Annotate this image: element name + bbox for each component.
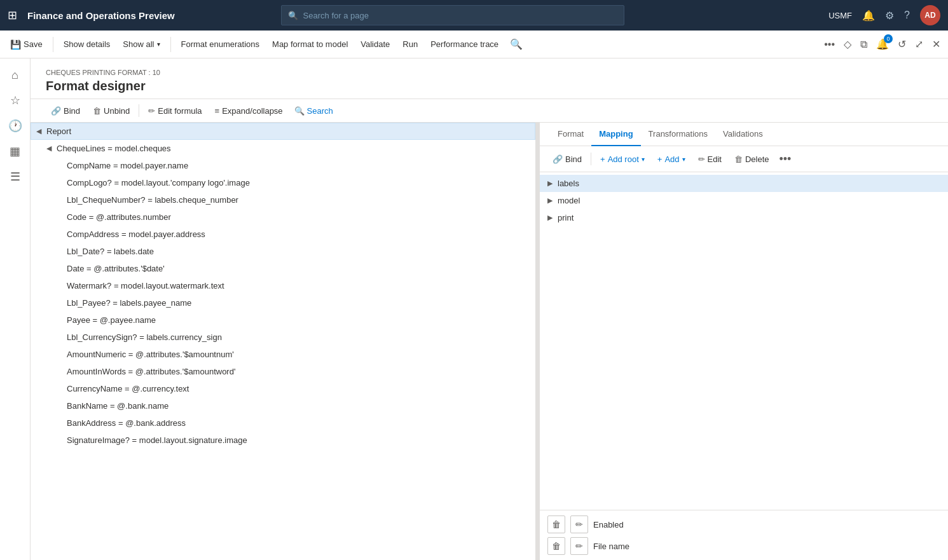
sidebar-item-calendar[interactable]: ▦: [4, 140, 27, 163]
sidebar: ⌂ ☆ 🕐 ▦ ☰: [0, 58, 31, 560]
trash-icon: 🗑: [93, 106, 101, 116]
sidebar-item-home[interactable]: ⌂: [4, 64, 27, 86]
map-item-labels[interactable]: ▶ labels: [540, 175, 948, 192]
tree-item-date[interactable]: Date = @.attributes.'$date': [31, 260, 535, 277]
add-root-icon: +: [600, 154, 605, 164]
edit-button[interactable]: ✏ Edit: [693, 150, 727, 168]
map-format-button[interactable]: Map format to model: [267, 34, 353, 55]
tree-scroll[interactable]: ◀ Report ◀ ChequeLines = model.cheques C…: [31, 123, 535, 560]
tree-item-lbldate[interactable]: Lbl_Date? = labels.date: [31, 243, 535, 260]
search-icon: 🔍: [288, 11, 298, 20]
mapping-bind-button[interactable]: 🔗 Bind: [547, 150, 587, 168]
edit-formula-button[interactable]: ✏ Edit formula: [143, 102, 207, 120]
add-root-button[interactable]: + Add root ▾: [595, 150, 650, 168]
expand-tri-print: ▶: [547, 214, 558, 222]
tree-item-lblpayee[interactable]: Lbl_Payee? = labels.payee_name: [31, 294, 535, 311]
map-item-model[interactable]: ▶ model: [540, 192, 948, 209]
pencil-icon-3: ✏: [575, 541, 583, 551]
expand-icon[interactable]: ⤢: [912, 36, 926, 53]
format-toolbar: 🔗 Bind 🗑 Unbind ✏ Edit formula ≡ Expand/…: [31, 99, 948, 123]
tab-mapping[interactable]: Mapping: [591, 123, 640, 146]
enabled-delete-button[interactable]: 🗑: [547, 516, 565, 533]
add-icon: +: [657, 154, 663, 164]
more-options-icon[interactable]: •••: [821, 36, 837, 53]
filename-edit-button[interactable]: ✏: [570, 537, 588, 555]
refresh-icon[interactable]: ↺: [895, 36, 909, 53]
tree-item-payee[interactable]: Payee = @.payee.name: [31, 311, 535, 329]
tree-item-lblchequenumber[interactable]: Lbl_ChequeNumber? = labels.cheque_number: [31, 191, 535, 208]
enabled-label: Enabled: [593, 520, 624, 529]
show-details-button[interactable]: Show details: [58, 34, 116, 55]
page-header: CHEQUES PRINTING FORMAT : 10 Format desi…: [31, 58, 948, 99]
notification-2-icon[interactable]: 🔔 0: [874, 36, 891, 53]
more-icon[interactable]: •••: [777, 153, 794, 166]
help-icon[interactable]: ?: [904, 10, 910, 21]
filename-label: File name: [593, 542, 629, 551]
bind-button[interactable]: 🔗 Bind: [46, 102, 85, 120]
tree-item-complogo[interactable]: CompLogo? = model.layout.'company logo'.…: [31, 174, 535, 191]
tree-item-amountinwords[interactable]: AmountInWords = @.attributes.'$amountwor…: [31, 363, 535, 380]
split-panel: ◀ Report ◀ ChequeLines = model.cheques C…: [31, 123, 948, 560]
tab-validations[interactable]: Validations: [715, 123, 771, 146]
format-enumerations-button[interactable]: Format enumerations: [176, 34, 265, 55]
sidebar-item-star[interactable]: ☆: [4, 89, 27, 112]
global-search[interactable]: 🔍: [281, 5, 624, 25]
validate-button[interactable]: Validate: [355, 34, 395, 55]
ftool-separator: [139, 104, 139, 117]
tree-item-bankname[interactable]: BankName = @.bank.name: [31, 397, 535, 414]
grid-icon[interactable]: ⊞: [8, 8, 17, 22]
org-label: USMF: [828, 11, 852, 20]
tree-item-chequelines[interactable]: ◀ ChequeLines = model.cheques: [31, 140, 535, 157]
mapping-tabs: Format Mapping Transformations Validatio…: [540, 123, 948, 146]
close-icon[interactable]: ✕: [930, 36, 943, 53]
show-all-button[interactable]: Show all ▾: [118, 34, 165, 55]
tab-format[interactable]: Format: [550, 123, 591, 146]
run-button[interactable]: Run: [397, 34, 423, 55]
avatar[interactable]: AD: [920, 5, 940, 25]
link-icon-2: 🔗: [553, 154, 563, 164]
chevron-down-icon: ▾: [157, 41, 160, 48]
separator-1: [53, 37, 53, 52]
filename-delete-button[interactable]: 🗑: [547, 537, 565, 555]
sidebar-item-recent[interactable]: 🕐: [4, 114, 27, 137]
tree-item-code[interactable]: Code = @.attributes.number: [31, 208, 535, 226]
topbar: ⊞ Finance and Operations Preview 🔍 USMF …: [0, 0, 948, 31]
pencil-icon: ✏: [148, 106, 155, 116]
enabled-edit-button[interactable]: ✏: [570, 516, 588, 533]
separator-2: [170, 37, 171, 52]
tree-item-compname[interactable]: CompName = model.payer.name: [31, 157, 535, 174]
unbind-button[interactable]: 🗑 Unbind: [88, 102, 135, 120]
tree-item-bankaddress[interactable]: BankAddress = @.bank.address: [31, 414, 535, 432]
diamond-icon[interactable]: ◇: [841, 36, 854, 53]
tree-item-currencyname[interactable]: CurrencyName = @.currency.text: [31, 380, 535, 397]
notification-icon[interactable]: 🔔: [862, 10, 875, 22]
expand-collapse-button[interactable]: ≡ Expand/collapse: [210, 102, 288, 120]
delete-button[interactable]: 🗑 Delete: [729, 150, 774, 168]
page-title: Format designer: [46, 79, 933, 93]
status-row-enabled: 🗑 ✏ Enabled: [547, 516, 940, 533]
command-bar: 💾 Save Show details Show all ▾ Format en…: [0, 31, 948, 58]
performance-trace-button[interactable]: Performance trace: [425, 34, 504, 55]
add-button[interactable]: + Add ▾: [652, 150, 690, 168]
breadcrumb: CHEQUES PRINTING FORMAT : 10: [46, 69, 933, 76]
sidebar-item-list[interactable]: ☰: [4, 165, 27, 188]
tree-item-compaddress[interactable]: CompAddress = model.payer.address: [31, 226, 535, 243]
cmdbar-search-icon[interactable]: 🔍: [506, 38, 526, 50]
tab-transformations[interactable]: Transformations: [641, 123, 715, 146]
tree-item-watermark[interactable]: Watermark? = model.layout.watermark.text: [31, 277, 535, 294]
settings-icon[interactable]: ⚙: [885, 10, 894, 22]
tree-item-lblcurrencysign[interactable]: Lbl_CurrencySign? = labels.currency_sign: [31, 329, 535, 346]
trash-icon-3: 🗑: [552, 541, 561, 551]
save-button[interactable]: 💾 Save: [5, 34, 48, 55]
mapping-tree[interactable]: ▶ labels ▶ model ▶ print: [540, 172, 948, 510]
columns-icon[interactable]: ⧉: [858, 36, 870, 53]
tree-item-amountnumeric[interactable]: AmountNumeric = @.attributes.'$amountnum…: [31, 346, 535, 363]
search-button[interactable]: 🔍 Search: [291, 106, 337, 116]
map-item-print[interactable]: ▶ print: [540, 209, 948, 226]
search-input[interactable]: [303, 11, 617, 20]
content-area: CHEQUES PRINTING FORMAT : 10 Format desi…: [31, 58, 948, 560]
mtool-separator: [591, 153, 591, 165]
tree-item-report[interactable]: ◀ Report: [31, 123, 535, 140]
tree-item-signatureimage[interactable]: SignatureImage? = model.layout.signature…: [31, 432, 535, 449]
cmdbar-right: ••• ◇ ⧉ 🔔 0 ↺ ⤢ ✕: [821, 36, 943, 53]
